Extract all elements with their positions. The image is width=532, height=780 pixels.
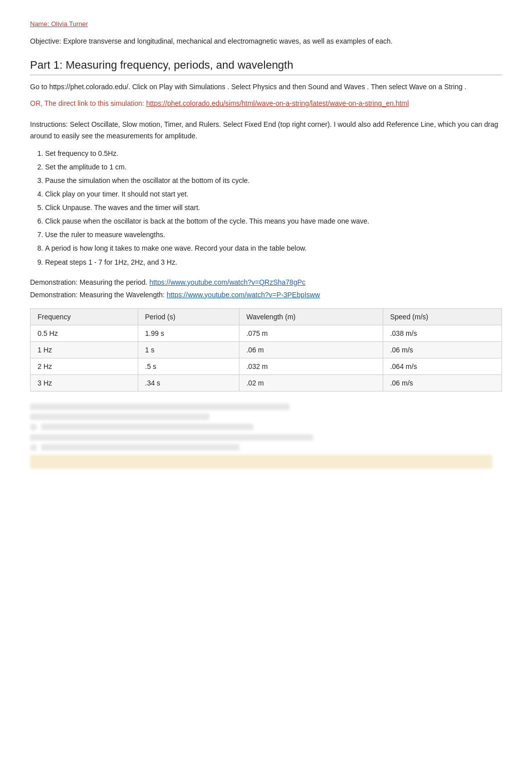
step-9: Repeat steps 1 - 7 for 1Hz, 2Hz, and 3 H… xyxy=(45,257,502,268)
step-1: Set frequency to 0.5Hz. xyxy=(45,148,502,159)
col-header-frequency: Frequency xyxy=(31,308,138,325)
cell-freq-2: 1 Hz xyxy=(31,341,138,358)
cell-wavelength-4: .02 m xyxy=(239,374,383,391)
cell-speed-2: .06 m/s xyxy=(383,341,501,358)
step-6: Click pause when the oscillator is back … xyxy=(45,216,502,227)
step-5: Click Unpause. The waves and the timer w… xyxy=(45,202,502,214)
cell-period-4: .34 s xyxy=(138,374,239,391)
table-row: 2 Hz .5 s .032 m .064 m/s xyxy=(31,358,502,374)
demo-period-label: Demonstration: Measuring the period. xyxy=(30,278,149,286)
or-description: The direct link to this simulation: xyxy=(45,99,146,107)
cell-wavelength-3: .032 m xyxy=(239,358,383,374)
cell-freq-4: 3 Hz xyxy=(31,374,138,391)
table-row: 0.5 Hz 1.99 s .075 m .038 m/s xyxy=(31,325,502,341)
demo-period-link[interactable]: https://www.youtube.com/watch?v=QRzSha78… xyxy=(149,278,306,286)
step-2: Set the amplitude to 1 cm. xyxy=(45,161,502,173)
step-7: Use the ruler to measure wavelengths. xyxy=(45,229,502,241)
demo-links: Demonstration: Measuring the period. htt… xyxy=(30,276,502,301)
sim-link[interactable]: https://phet.colorado.edu/sims/html/wave… xyxy=(146,99,409,107)
student-name: Name: Olivia Turner xyxy=(30,20,502,28)
table-row: 3 Hz .34 s .02 m .06 m/s xyxy=(31,374,502,391)
col-header-wavelength: Wavelength (m) xyxy=(239,308,383,325)
steps-list: Set frequency to 0.5Hz. Set the amplitud… xyxy=(45,148,502,268)
demo-wavelength-label: Demonstration: Measuring the Wavelength: xyxy=(30,291,167,299)
step-3: Pause the simulation when the oscillator… xyxy=(45,175,502,186)
objective-text: Objective: Explore transverse and longit… xyxy=(30,36,502,47)
cell-speed-3: .064 m/s xyxy=(383,358,501,374)
demo-period-line: Demonstration: Measuring the period. htt… xyxy=(30,276,502,289)
cell-speed-1: .038 m/s xyxy=(383,325,501,341)
or-line: OR, The direct link to this simulation: … xyxy=(30,98,502,109)
or-prefix: OR, xyxy=(30,99,43,107)
cell-freq-3: 2 Hz xyxy=(31,358,138,374)
demo-wavelength-line: Demonstration: Measuring the Wavelength:… xyxy=(30,289,502,301)
cell-period-3: .5 s xyxy=(138,358,239,374)
table-row: 1 Hz 1 s .06 m .06 m/s xyxy=(31,341,502,358)
step-8: A period is how long it takes to make on… xyxy=(45,243,502,254)
cell-wavelength-1: .075 m xyxy=(239,325,383,341)
cell-period-2: 1 s xyxy=(138,341,239,358)
cell-freq-1: 0.5 Hz xyxy=(31,325,138,341)
cell-period-1: 1.99 s xyxy=(138,325,239,341)
blurred-content xyxy=(30,404,502,469)
part1-heading: Part 1: Measuring frequency, periods, an… xyxy=(30,59,502,75)
navigation-instructions: Go to https://phet.colorado.edu/. Click … xyxy=(30,81,502,93)
cell-speed-4: .06 m/s xyxy=(383,374,501,391)
cell-wavelength-2: .06 m xyxy=(239,341,383,358)
col-header-period: Period (s) xyxy=(138,308,239,325)
col-header-speed: Speed (m/s) xyxy=(383,308,501,325)
step-4: Click play on your timer. It should not … xyxy=(45,188,502,200)
instructions-detail: Instructions: Select Oscillate, Slow mot… xyxy=(30,119,502,142)
data-table: Frequency Period (s) Wavelength (m) Spee… xyxy=(30,308,502,392)
demo-wavelength-link[interactable]: https://www.youtube.com/watch?v=P-3PEbpI… xyxy=(167,291,320,299)
